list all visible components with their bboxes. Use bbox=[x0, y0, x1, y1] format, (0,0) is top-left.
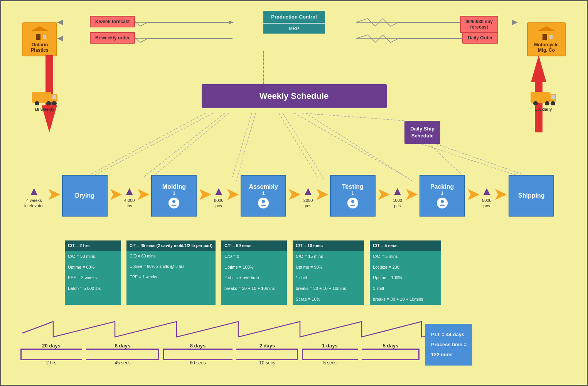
eight-week-signal: 8 week forecast bbox=[90, 16, 135, 27]
motorcycle-factory-box: MotorcycleMfg. Co bbox=[527, 22, 566, 56]
process-molding: Molding 1 bbox=[151, 175, 197, 217]
inventory-4: ▲ 1000pcs bbox=[392, 185, 403, 209]
svg-line-17 bbox=[84, 113, 213, 181]
info-drying: C/T = 2 hrs C/O = 30 mins Uptime = 60% E… bbox=[65, 240, 121, 305]
process-assembly: Assembly 1 bbox=[241, 175, 286, 217]
svg-line-18 bbox=[148, 113, 229, 181]
weekly-schedule-box: Weekly Schedule bbox=[202, 84, 387, 108]
info-molding: C/T = 45 secs (2 cavity mold/1/2 lb per … bbox=[126, 240, 216, 305]
arrow-10: ➤ bbox=[493, 175, 508, 213]
arrow-6: ➤ bbox=[315, 175, 329, 213]
motorcycle-factory-icon bbox=[535, 25, 558, 41]
inventory-3: ▲ 2000pcs bbox=[302, 185, 314, 209]
svg-line-5 bbox=[86, 113, 206, 177]
arrow-1: ➤ bbox=[108, 175, 123, 213]
svg-line-10 bbox=[302, 113, 406, 121]
svg-line-9 bbox=[294, 113, 406, 177]
operator-packing bbox=[437, 198, 448, 208]
inventory-2: ▲ 8000pcs bbox=[213, 185, 224, 209]
svg-line-6 bbox=[144, 113, 225, 177]
svg-line-11 bbox=[425, 140, 464, 177]
info-assembly: C/T = 60 secs C/O = 0 Uptime = 100% 2 sh… bbox=[221, 240, 287, 305]
main-container: Ontario Plastics MotorcycleMfg. Co 8 wee… bbox=[0, 0, 588, 386]
svg-point-48 bbox=[441, 200, 444, 203]
svg-point-44 bbox=[551, 101, 555, 105]
svg-marker-24 bbox=[30, 26, 49, 31]
svg-marker-15 bbox=[512, 20, 518, 25]
operator-molding bbox=[168, 198, 179, 208]
ontario-factory-icon bbox=[28, 25, 51, 41]
plt-box: PLT = 44 days Process time =122 mins bbox=[425, 324, 472, 366]
svg-rect-32 bbox=[32, 92, 51, 103]
daily-order-signal: Daily Order bbox=[462, 32, 498, 44]
prod-control-title: Production Control bbox=[263, 11, 325, 23]
timeline-section: 20 days 2 hrs 8 days 45 secs 8 days 60 s… bbox=[19, 324, 579, 366]
inventory-5: ▲ 5000pcs bbox=[481, 185, 493, 209]
timeline-seg-0: 20 days 2 hrs bbox=[19, 343, 84, 366]
info-packing: C/T = 5 secs C/O = 5 mins Lot size = 200… bbox=[370, 240, 441, 305]
timeline-seg-5: 5 days bbox=[360, 343, 421, 366]
svg-rect-29 bbox=[543, 34, 547, 40]
operator-testing bbox=[347, 198, 358, 208]
svg-rect-41 bbox=[551, 95, 555, 99]
info-boxes-row: C/T = 2 hrs C/O = 30 mins Uptime = 60% E… bbox=[65, 240, 575, 305]
operator-assembly bbox=[258, 198, 269, 208]
svg-rect-26 bbox=[43, 35, 46, 39]
svg-line-21 bbox=[306, 113, 412, 181]
svg-line-7 bbox=[233, 113, 252, 177]
timeline-seg-1: 8 days 45 secs bbox=[84, 343, 161, 366]
svg-point-37 bbox=[52, 101, 57, 105]
svg-marker-28 bbox=[537, 26, 556, 31]
timeline-days-row: 20 days 2 hrs 8 days 45 secs 8 days 60 s… bbox=[19, 324, 579, 366]
svg-line-19 bbox=[236, 113, 256, 181]
process-row: ▲ 4 weeksin elevator ➤ Drying ➤ ▲ 4 000l… bbox=[24, 175, 568, 217]
svg-point-46 bbox=[262, 200, 265, 203]
svg-rect-34 bbox=[52, 95, 56, 99]
arrow-5: ➤ bbox=[287, 175, 302, 213]
right-truck: 1 X daily bbox=[530, 88, 557, 112]
arrow-0: ➤ bbox=[47, 175, 61, 213]
daily-ship-schedule: Daily ShipSchedule bbox=[404, 121, 440, 144]
production-control: Production Control MRP bbox=[263, 11, 325, 34]
arrow-4: ➤ bbox=[225, 175, 240, 213]
inventory-1: ▲ 4 000lbs bbox=[124, 185, 135, 209]
ninety-day-signal: 90/60/30 dayforecast bbox=[460, 16, 498, 33]
left-truck: Bi weekly bbox=[31, 88, 58, 112]
svg-rect-30 bbox=[549, 35, 553, 39]
right-truck-icon bbox=[530, 88, 557, 105]
process-drying: Drying bbox=[62, 175, 108, 217]
svg-line-8 bbox=[279, 113, 317, 177]
timeline-seg-3: 2 days 10 secs bbox=[234, 343, 300, 366]
info-testing: C/T = 10 sesc C/O = 15 mins Uptime = 90%… bbox=[293, 240, 364, 305]
svg-point-45 bbox=[172, 200, 175, 203]
arrow-7: ➤ bbox=[376, 175, 391, 213]
svg-line-12 bbox=[425, 140, 529, 177]
svg-marker-13 bbox=[57, 20, 63, 25]
svg-rect-25 bbox=[36, 34, 40, 40]
svg-line-20 bbox=[283, 113, 325, 181]
svg-marker-14 bbox=[57, 36, 63, 41]
arrow-2: ➤ bbox=[136, 175, 150, 213]
svg-rect-39 bbox=[531, 92, 550, 103]
process-packing: Packing 1 bbox=[420, 175, 465, 217]
process-shipping: Shipping bbox=[509, 175, 554, 217]
left-truck-icon bbox=[31, 88, 58, 105]
arrow-3: ➤ bbox=[197, 175, 212, 213]
timeline-seg-2: 8 days 60 secs bbox=[161, 343, 234, 366]
arrow-9: ➤ bbox=[466, 175, 480, 213]
prod-control-mrp: MRP bbox=[263, 23, 325, 34]
ontario-plastics-box: Ontario Plastics bbox=[22, 22, 57, 56]
arrow-8: ➤ bbox=[404, 175, 419, 213]
inventory-0: ▲ 4 weeksin elevator bbox=[24, 185, 44, 209]
svg-point-47 bbox=[351, 200, 354, 203]
process-testing: Testing 1 bbox=[330, 175, 376, 217]
biweekly-signal: Bi-weekly order bbox=[90, 32, 135, 44]
timeline-seg-4: 1 days 5 secs bbox=[300, 343, 360, 366]
